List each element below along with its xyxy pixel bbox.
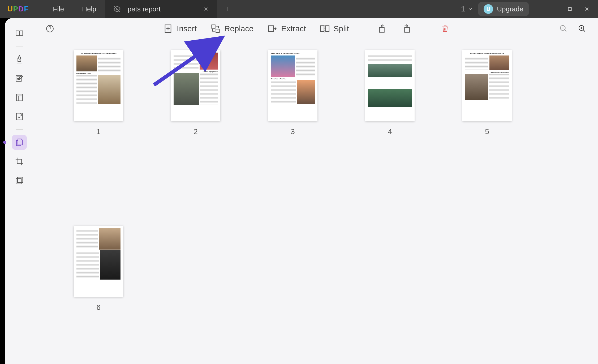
sidebar-redact-button[interactable]	[12, 173, 27, 188]
svg-rect-0	[568, 7, 571, 11]
split-icon	[320, 24, 330, 34]
page-thumbnail[interactable]: Animals Helping People 2	[171, 50, 220, 136]
crop-icon	[15, 157, 24, 166]
page-number: 6	[96, 303, 101, 312]
stacked-pages-icon	[15, 176, 24, 185]
page-indicator[interactable]: 1	[461, 5, 473, 13]
page-indicator-value: 1	[461, 5, 465, 13]
help-button[interactable]	[45, 23, 55, 34]
divider	[16, 46, 23, 46]
page-thumbnail[interactable]: The Health and Mood-Boosting Benefits of…	[74, 50, 123, 136]
sidebar-comment-button[interactable]	[12, 52, 27, 67]
app-body: Insert Replace Extract Split	[5, 18, 598, 364]
svg-rect-12	[326, 26, 329, 32]
help-icon	[45, 24, 54, 33]
page-title: A Key Phase in the History of Tourism	[271, 53, 315, 54]
close-window-button[interactable]	[581, 3, 593, 15]
close-tab-icon[interactable]	[203, 6, 209, 12]
rotate-right-icon	[402, 24, 411, 33]
sidebar-reader-button[interactable]	[12, 26, 27, 41]
insert-button[interactable]: Insert	[163, 24, 197, 34]
book-open-icon	[15, 29, 24, 38]
eye-off-icon	[113, 5, 121, 13]
page-title: Improve Working Productivity in Using Ap…	[465, 53, 509, 54]
organize-toolbar: Insert Replace Extract Split	[34, 18, 598, 39]
sidebar-crop-button[interactable]	[12, 154, 27, 169]
page-thumbnail[interactable]: A Key Phase in the History of Tourism Wh…	[268, 50, 317, 136]
maximize-button[interactable]	[564, 3, 576, 15]
insert-page-icon	[163, 24, 173, 34]
extract-icon	[267, 24, 277, 34]
sidebar-organize-pages-button[interactable]	[12, 135, 27, 150]
page-number: 3	[291, 127, 295, 136]
split-button[interactable]: Split	[320, 24, 349, 34]
page-thumbnails-grid: The Health and Mood-Boosting Benefits of…	[34, 39, 598, 364]
rotate-left-button[interactable]	[377, 23, 388, 34]
avatar: U	[484, 4, 493, 14]
page-layout-icon	[15, 93, 24, 102]
left-sidebar	[5, 18, 34, 364]
page-thumbnail[interactable]: Improve Working Productivity in Using Ap…	[462, 50, 512, 136]
rotate-left-icon	[377, 24, 387, 33]
page-thumbnail[interactable]: 6	[74, 226, 123, 312]
main-area: Insert Replace Extract Split	[34, 18, 598, 364]
svg-rect-14	[405, 28, 409, 32]
page-number: 4	[388, 127, 392, 136]
sign-icon	[15, 112, 24, 121]
split-label: Split	[334, 24, 349, 33]
menu-file[interactable]: File	[44, 5, 73, 13]
pages-icon	[15, 138, 24, 147]
new-tab-button[interactable]: +	[217, 5, 238, 14]
svg-rect-4	[16, 179, 21, 184]
divider	[363, 24, 363, 34]
tab-label: pets report	[128, 5, 196, 13]
menu-help[interactable]: Help	[73, 5, 105, 13]
extract-button[interactable]: Extract	[267, 24, 306, 34]
svg-rect-13	[379, 28, 384, 32]
insert-label: Insert	[177, 24, 197, 33]
divider	[16, 129, 23, 130]
sidebar-edit-button[interactable]	[12, 71, 27, 86]
sidebar-fill-sign-button[interactable]	[12, 109, 27, 124]
zoom-in-button[interactable]	[577, 23, 587, 34]
minimize-button[interactable]	[547, 3, 559, 15]
page-number: 1	[96, 127, 101, 136]
app-logo: UPDF	[0, 5, 36, 13]
replace-button[interactable]: Replace	[210, 24, 253, 34]
zoom-out-button[interactable]	[558, 23, 569, 34]
svg-rect-10	[269, 26, 274, 32]
replace-label: Replace	[224, 24, 253, 33]
delete-page-button[interactable]	[440, 23, 450, 34]
trash-icon	[441, 24, 449, 33]
rotate-right-button[interactable]	[401, 23, 412, 34]
page-thumbnail[interactable]: 4	[365, 50, 415, 136]
active-indicator-dot	[3, 141, 6, 144]
title-bar: UPDF File Help pets report + 1 U Upgrade	[0, 0, 598, 18]
document-tab[interactable]: pets report	[105, 0, 217, 18]
svg-rect-5	[18, 177, 23, 182]
page-number: 5	[485, 127, 489, 136]
replace-icon	[210, 24, 221, 34]
svg-rect-2	[16, 94, 23, 101]
edit-text-icon	[15, 74, 24, 83]
zoom-in-icon	[578, 24, 586, 33]
svg-rect-8	[212, 25, 215, 28]
upgrade-label: Upgrade	[497, 5, 523, 13]
zoom-out-icon	[559, 24, 568, 33]
divider	[426, 24, 426, 34]
chevron-down-icon	[468, 6, 473, 12]
page-title: The Health and Mood-Boosting Benefits of…	[76, 53, 121, 54]
svg-rect-9	[216, 29, 220, 33]
page-number: 2	[193, 127, 198, 136]
extract-label: Extract	[281, 24, 306, 33]
divider	[40, 4, 40, 14]
divider	[538, 4, 538, 14]
svg-rect-11	[321, 26, 324, 32]
sidebar-form-button[interactable]	[12, 90, 27, 105]
upgrade-button[interactable]: U Upgrade	[478, 2, 529, 16]
highlighter-icon	[15, 55, 24, 64]
